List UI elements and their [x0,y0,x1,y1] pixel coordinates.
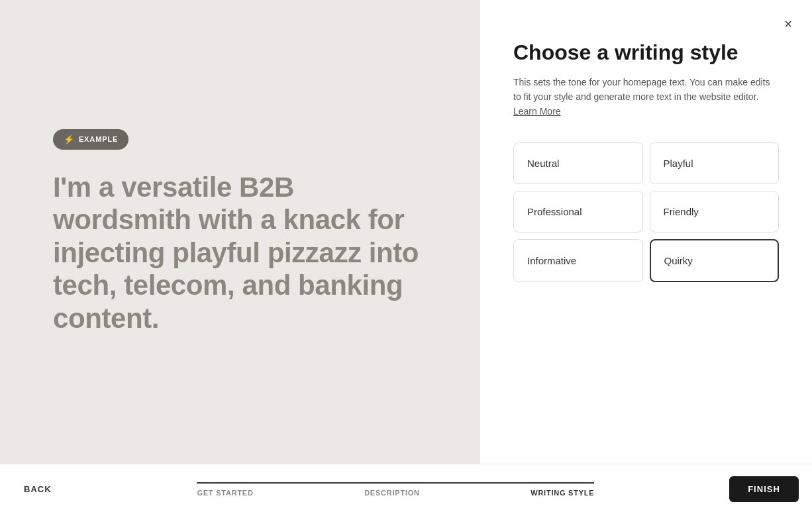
progress-bar-fill [197,482,594,484]
style-option-informative[interactable]: Informative [513,239,643,282]
preview-panel: ⚡ EXAMPLE I'm a versatile B2B wordsmith … [0,0,480,464]
step-label-get-started: GET STARTED [197,489,253,497]
example-badge: ⚡ EXAMPLE [53,129,128,150]
style-option-neutral[interactable]: Neutral [513,142,643,184]
back-button[interactable]: BACK [13,478,62,501]
step-indicators: GET STARTED DESCRIPTION WRITING STYLE [62,482,729,497]
panel-description: This sets the tone for your homepage tex… [513,76,779,119]
step-label-description: DESCRIPTION [364,489,420,497]
bolt-icon: ⚡ [64,134,75,144]
style-option-playful[interactable]: Playful [650,142,780,184]
step-label-writing-style: WRITING STYLE [531,489,594,497]
progress-bar-track [197,482,594,484]
style-option-professional[interactable]: Professional [513,191,643,232]
learn-more-link[interactable]: Learn More [513,106,561,117]
finish-button[interactable]: FINISH [729,476,799,502]
style-option-quirky[interactable]: Quirky [650,239,780,282]
bottom-bar: BACK GET STARTED DESCRIPTION WRITING STY… [0,464,812,514]
style-options-grid: Neutral Playful Professional Friendly In… [513,142,779,282]
panel-title: Choose a writing style [513,40,779,65]
example-label: EXAMPLE [79,135,118,143]
close-button[interactable]: × [778,13,799,34]
hero-text: I'm a versatile B2B wordsmith with a kna… [53,171,427,335]
style-option-friendly[interactable]: Friendly [650,191,780,232]
step-labels: GET STARTED DESCRIPTION WRITING STYLE [197,489,594,497]
writing-style-panel: × Choose a writing style This sets the t… [480,0,812,464]
